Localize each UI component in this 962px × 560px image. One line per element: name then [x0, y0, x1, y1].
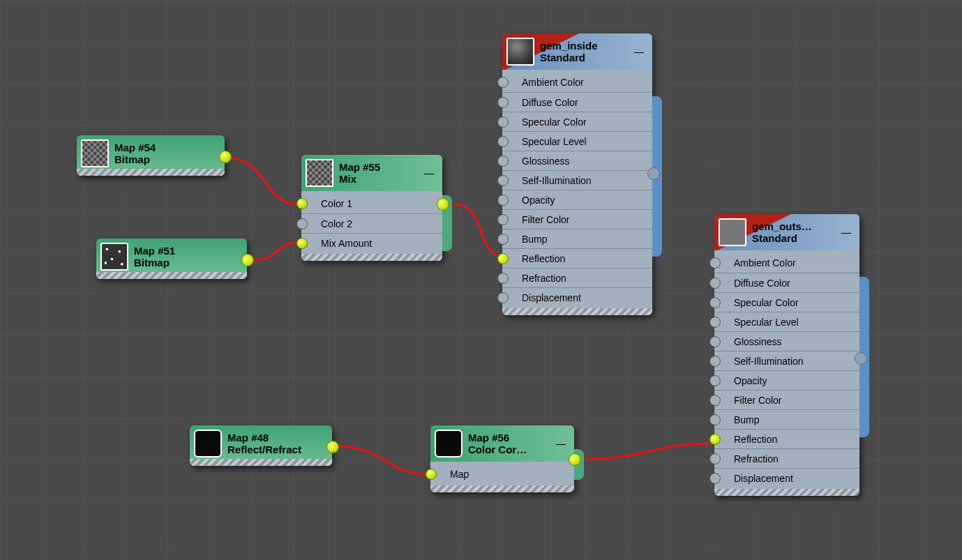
slot-self-illumination[interactable]: Self-Illumination	[714, 351, 859, 370]
slot-refraction[interactable]: Refraction	[502, 268, 652, 287]
input-port[interactable]	[497, 214, 509, 225]
resize-strip[interactable]	[502, 308, 652, 315]
slot-ambient-color[interactable]: Ambient Color	[714, 253, 859, 273]
slot-map[interactable]: Map	[430, 464, 574, 484]
input-port[interactable]	[497, 253, 509, 264]
output-port[interactable]	[326, 441, 339, 453]
node-map48-reflect-refract[interactable]: Map #48 Reflect/Refract	[190, 425, 332, 466]
slot-diffuse-color[interactable]: Diffuse Color	[502, 92, 652, 112]
collapse-icon[interactable]: —	[631, 46, 647, 57]
slot-reflection[interactable]: Reflection	[502, 248, 652, 268]
node-map54-bitmap[interactable]: Map #54 Bitmap	[77, 135, 225, 176]
slot-opacity[interactable]: Opacity	[502, 190, 652, 209]
input-port[interactable]	[709, 317, 721, 328]
node-subtitle: Bitmap	[134, 257, 241, 268]
input-port[interactable]	[709, 336, 721, 347]
node-thumbnail	[81, 139, 109, 167]
input-port[interactable]	[497, 97, 509, 108]
output-port[interactable]	[241, 254, 254, 266]
input-port[interactable]	[497, 116, 509, 128]
slot-mix-amount[interactable]: Mix Amount	[301, 233, 442, 252]
output-port[interactable]	[437, 198, 449, 211]
collapse-icon[interactable]: —	[421, 167, 437, 179]
node-map51-bitmap[interactable]: Map #51 Bitmap	[96, 239, 247, 279]
node-map55-mix[interactable]: Map #55 Mix — Color 1 Color 2 Mix Amount	[301, 155, 442, 261]
slot-opacity[interactable]: Opacity	[714, 370, 859, 390]
slot-self-illumination[interactable]: Self-Illumination	[502, 170, 652, 190]
resize-strip[interactable]	[301, 254, 442, 261]
slot-color1[interactable]: Color 1	[301, 194, 442, 213]
slot-label: Refraction	[522, 273, 566, 284]
input-port[interactable]	[709, 414, 721, 425]
input-port[interactable]	[709, 278, 721, 289]
node-title: gem_inside	[540, 40, 631, 52]
input-port[interactable]	[497, 77, 509, 88]
slot-reflection[interactable]: Reflection	[714, 429, 859, 448]
slot-label: Ambient Color	[734, 257, 796, 268]
node-thumbnail	[719, 218, 746, 246]
input-port[interactable]	[709, 453, 721, 464]
slot-specular-color[interactable]: Specular Color	[502, 112, 652, 131]
node-title: Map #56	[468, 432, 553, 444]
output-port[interactable]	[647, 167, 660, 180]
slot-specular-level[interactable]: Specular Level	[714, 312, 859, 331]
node-title: Map #51	[134, 245, 241, 257]
collapse-icon[interactable]: —	[839, 227, 854, 238]
slot-bump[interactable]: Bump	[502, 229, 652, 248]
output-port[interactable]	[219, 151, 232, 163]
input-port[interactable]	[709, 297, 721, 308]
slot-label: Diffuse Color	[522, 97, 578, 108]
slot-filter-color[interactable]: Filter Color	[714, 390, 859, 409]
input-port[interactable]	[296, 198, 308, 209]
output-port[interactable]	[569, 453, 581, 466]
input-port[interactable]	[709, 375, 721, 386]
node-subtitle: Reflect/Refract	[227, 444, 326, 455]
slot-filter-color[interactable]: Filter Color	[502, 209, 652, 229]
node-gem-outside-standard[interactable]: gem_outs… Standard — Ambient Color Diffu…	[714, 214, 859, 496]
slot-label: Self-Illumination	[522, 175, 592, 186]
slot-glossiness[interactable]: Glossiness	[714, 331, 859, 351]
input-port[interactable]	[296, 238, 308, 249]
slot-label: Glossiness	[734, 336, 781, 347]
node-gem-inside-standard[interactable]: gem_inside Standard — Ambient Color Diff…	[502, 33, 652, 315]
input-port[interactable]	[709, 473, 721, 484]
input-port[interactable]	[497, 175, 509, 186]
resize-strip[interactable]	[714, 489, 859, 496]
input-port[interactable]	[296, 218, 308, 229]
input-port[interactable]	[497, 195, 509, 206]
slot-label: Displacement	[734, 473, 793, 484]
resize-strip[interactable]	[430, 485, 574, 492]
slot-specular-level[interactable]: Specular Level	[502, 131, 652, 151]
slot-displacement[interactable]: Displacement	[714, 468, 859, 487]
slot-specular-color[interactable]: Specular Color	[714, 292, 859, 312]
input-port[interactable]	[709, 395, 721, 406]
input-port[interactable]	[497, 156, 509, 167]
node-subtitle: Bitmap	[114, 153, 219, 165]
node-map56-color-correction[interactable]: Map #56 Color Cor… — Map	[430, 425, 574, 492]
input-port[interactable]	[497, 136, 509, 147]
slot-ambient-color[interactable]: Ambient Color	[502, 73, 652, 92]
node-subtitle: Mix	[339, 173, 421, 185]
input-port[interactable]	[709, 257, 721, 268]
slot-color2[interactable]: Color 2	[301, 213, 442, 233]
slot-label: Filter Color	[522, 214, 569, 225]
slot-label: Refraction	[734, 453, 779, 464]
slot-bump[interactable]: Bump	[714, 409, 859, 429]
node-subtitle: Standard	[752, 232, 839, 244]
input-port[interactable]	[497, 234, 509, 245]
node-thumbnail	[194, 430, 222, 457]
input-port[interactable]	[709, 356, 721, 367]
slot-glossiness[interactable]: Glossiness	[502, 151, 652, 170]
collapse-icon[interactable]: —	[553, 438, 569, 449]
input-port[interactable]	[497, 273, 509, 284]
input-port[interactable]	[709, 434, 721, 445]
input-port[interactable]	[426, 469, 437, 480]
output-port[interactable]	[855, 352, 867, 365]
node-subtitle: Standard	[540, 52, 631, 63]
slot-label: Displacement	[522, 292, 581, 303]
slot-displacement[interactable]: Displacement	[502, 287, 652, 307]
slot-diffuse-color[interactable]: Diffuse Color	[714, 273, 859, 292]
input-port[interactable]	[497, 292, 509, 303]
slot-label: Color 1	[321, 198, 352, 209]
slot-refraction[interactable]: Refraction	[714, 448, 859, 468]
